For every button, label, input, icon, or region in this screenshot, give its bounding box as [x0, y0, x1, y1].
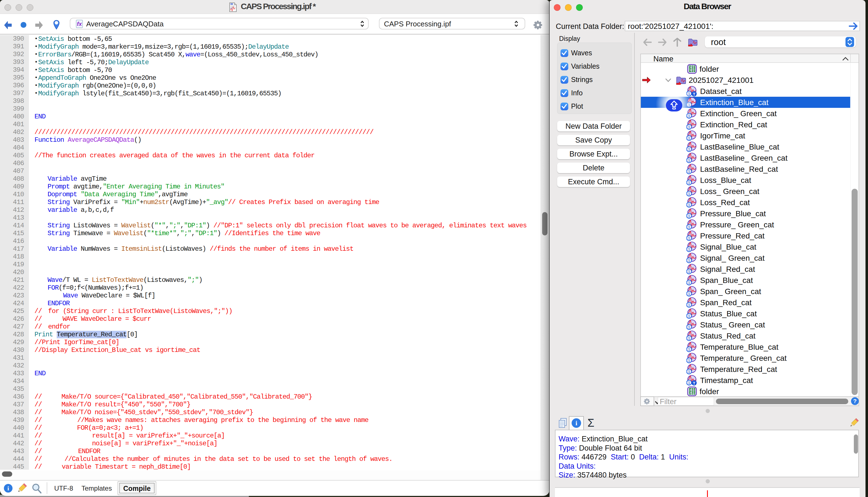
svg-text:1: 1: [688, 191, 691, 196]
svg-text:1: 1: [688, 381, 691, 385]
svg-text:1: 1: [688, 325, 691, 329]
svg-text:1: 1: [688, 236, 691, 240]
svg-text:1: 1: [688, 169, 691, 174]
svg-text:1: 1: [688, 258, 691, 263]
svg-text:1: 1: [688, 147, 691, 152]
svg-text:1: 1: [688, 369, 691, 374]
svg-text:T: T: [693, 381, 695, 385]
svg-text:1: 1: [688, 247, 691, 252]
svg-text:1: 1: [688, 225, 691, 229]
svg-text:1: 1: [688, 303, 691, 307]
svg-text:1: 1: [688, 314, 691, 318]
svg-text:1: 1: [688, 281, 691, 285]
svg-text:T: T: [693, 92, 695, 97]
svg-text:1: 1: [688, 358, 691, 363]
svg-text:1: 1: [688, 336, 691, 341]
svg-text:1: 1: [688, 136, 691, 140]
svg-text:1: 1: [688, 292, 691, 296]
svg-text:1: 1: [688, 125, 691, 129]
svg-text:1: 1: [688, 269, 691, 274]
svg-text:1: 1: [688, 347, 691, 352]
svg-text:1: 1: [688, 203, 691, 207]
svg-text:1: 1: [688, 180, 691, 185]
svg-text:1: 1: [688, 158, 691, 162]
svg-text:1: 1: [688, 214, 691, 218]
